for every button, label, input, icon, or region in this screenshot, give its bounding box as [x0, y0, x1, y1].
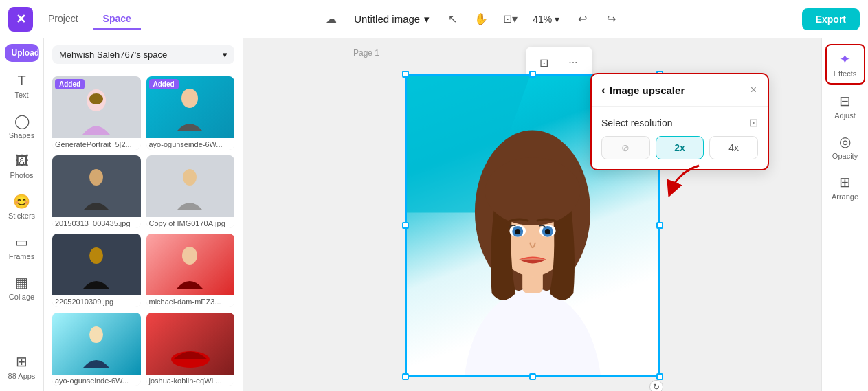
layout-tool-button[interactable]: ⊡ ▾: [498, 8, 522, 31]
sidebar-item-label-text: Text: [14, 91, 28, 99]
opacity-icon: ◎: [839, 133, 851, 150]
right-panel-effects[interactable]: ✦ Effects: [825, 44, 865, 85]
frames-icon: ▭: [15, 234, 28, 250]
arrange-icon: ⊞: [839, 174, 851, 190]
space-selector[interactable]: Mehwish Saleh767's space ▾: [52, 45, 234, 64]
effects-icon: ✦: [839, 51, 851, 67]
handle-ml[interactable]: [402, 222, 409, 229]
list-item[interactable]: michael-dam-mEZ3...: [146, 234, 235, 307]
sidebar-item-apps[interactable]: ⊞ 88 Apps: [3, 348, 41, 386]
file-title-button[interactable]: Untitled image ▾: [348, 10, 435, 28]
media-grid: Added GeneratePortrait_5|2... Added: [44, 71, 243, 391]
effects-label: Effects: [834, 69, 856, 78]
sidebar-item-label-frames: Frames: [9, 252, 34, 260]
sidebar-item-label-collage: Collage: [9, 293, 34, 301]
zoom-level-label: 41%: [533, 14, 552, 25]
collage-icon: ▦: [15, 274, 28, 291]
sidebar-item-shapes[interactable]: ◯ Shapes: [3, 107, 41, 145]
media-thumb: Added: [146, 76, 235, 138]
upload-button[interactable]: Upload: [5, 44, 39, 62]
topbar-left: ✕ Project Space: [8, 7, 141, 32]
back-icon[interactable]: ‹: [601, 83, 605, 98]
media-name: michael-dam-mEZ3...: [146, 295, 235, 307]
svg-point-1: [89, 93, 103, 104]
right-panel-opacity[interactable]: ◎ Opacity: [825, 128, 865, 166]
right-panel-adjust[interactable]: ⊟ Adjust: [825, 87, 865, 125]
media-name: ayo-ogunseinde-6W...: [146, 138, 235, 150]
resolution-none-button[interactable]: ⊘: [601, 136, 650, 159]
opacity-label: Opacity: [832, 152, 858, 160]
nav-space[interactable]: Space: [93, 9, 141, 30]
list-item[interactable]: Added ayo-ogunseinde-6W...: [146, 76, 235, 150]
canvas-tool-1[interactable]: ⊡: [533, 51, 556, 74]
added-badge: Added: [149, 79, 179, 89]
media-thumb: [146, 155, 235, 217]
list-item[interactable]: ayo-ogunseinde-6W...: [52, 313, 141, 386]
upscaler-header: ‹ Image upscaler ×: [592, 74, 768, 107]
apps-icon: ⊞: [16, 353, 27, 370]
handle-mr[interactable]: [656, 222, 663, 229]
hand-tool-button[interactable]: ✋: [469, 8, 493, 31]
right-panel-arrange[interactable]: ⊞ Arrange: [825, 168, 865, 206]
arrange-label: Arrange: [832, 192, 858, 201]
resolution-4x-button[interactable]: 4x: [709, 136, 758, 159]
media-name: GeneratePortrait_5|2...: [52, 138, 141, 150]
list-item[interactable]: 20150313_003435.jpg: [52, 155, 141, 229]
media-name: 22052010309.jpg: [52, 295, 141, 307]
file-title-label: Untitled image: [354, 13, 420, 25]
list-item[interactable]: joshua-koblin-eqWL...: [146, 313, 235, 386]
upscaler-body: Select resolution ⊡ ⊘ 2x 4x: [592, 107, 768, 169]
nav-project[interactable]: Project: [38, 9, 88, 30]
topbar-right: Export: [802, 8, 860, 30]
media-thumb: Added: [52, 76, 141, 138]
sidebar-item-frames[interactable]: ▭ Frames: [3, 228, 41, 266]
redo-button[interactable]: ↪: [599, 8, 623, 31]
svg-point-7: [89, 326, 103, 343]
handle-br[interactable]: [656, 373, 663, 380]
svg-point-12: [485, 157, 579, 225]
list-item[interactable]: Copy of IMG0170A.jpg: [146, 155, 235, 229]
media-thumb: [146, 313, 235, 375]
media-name: ayo-ogunseinde-6W...: [52, 375, 141, 386]
cursor-tool-button[interactable]: ↖: [441, 8, 464, 31]
sidebar-item-stickers[interactable]: 😊 Stickers: [3, 188, 41, 225]
sidebar-item-photos[interactable]: 🖼 Photos: [3, 148, 41, 185]
left-sidebar: Upload T Text ◯ Shapes 🖼 Photos 😊 Sticke…: [0, 38, 44, 391]
right-panel: ✦ Effects ⊟ Adjust ◎ Opacity ⊞ Arrange: [821, 38, 868, 391]
resolution-2x-button[interactable]: 2x: [656, 136, 704, 159]
media-thumb: [52, 313, 141, 375]
list-item[interactable]: Added GeneratePortrait_5|2...: [52, 76, 141, 150]
svg-point-2: [181, 89, 198, 108]
sidebar-item-label-apps: 88 Apps: [8, 372, 36, 380]
adjust-icon: ⊟: [839, 93, 851, 109]
canvas-tool-more[interactable]: ···: [561, 51, 585, 74]
text-icon: T: [17, 73, 25, 89]
rotate-handle[interactable]: ↻: [649, 380, 663, 392]
resolution-label-text: Select resolution: [601, 118, 673, 129]
list-item[interactable]: 22052010309.jpg: [52, 234, 141, 307]
handle-tm[interactable]: [529, 71, 536, 78]
cloud-save-button[interactable]: ☁: [320, 8, 343, 31]
zoom-button[interactable]: 41% ▾: [527, 11, 565, 27]
redo-icon: ↪: [607, 12, 616, 25]
sidebar-item-label-shapes: Shapes: [9, 131, 34, 139]
undo-icon: ↩: [578, 12, 587, 25]
main-layout: Upload T Text ◯ Shapes 🖼 Photos 😊 Sticke…: [0, 38, 868, 391]
added-badge: Added: [55, 79, 85, 89]
export-button[interactable]: Export: [802, 8, 860, 30]
sidebar-item-collage[interactable]: ▦ Collage: [3, 269, 41, 306]
undo-button[interactable]: ↩: [570, 8, 594, 31]
space-name-label: Mehwish Saleh767's space: [59, 49, 167, 60]
handle-bm[interactable]: [529, 373, 536, 380]
logo-icon[interactable]: ✕: [8, 7, 33, 32]
media-thumb: [146, 234, 235, 295]
topbar: ✕ Project Space ☁ Untitled image ▾ ↖ ✋ ⊡…: [0, 0, 868, 38]
sidebar-item-text[interactable]: T Text: [3, 67, 41, 104]
upscaler-close-button[interactable]: ×: [749, 82, 758, 98]
handle-tl[interactable]: [402, 71, 409, 78]
upscaler-title-text: Image upscaler: [610, 85, 685, 96]
resolution-label-row: Select resolution ⊡: [601, 116, 758, 129]
sidebar-item-label-photos: Photos: [10, 171, 33, 179]
resolution-buttons: ⊘ 2x 4x: [601, 136, 758, 159]
handle-bl[interactable]: [402, 373, 409, 380]
